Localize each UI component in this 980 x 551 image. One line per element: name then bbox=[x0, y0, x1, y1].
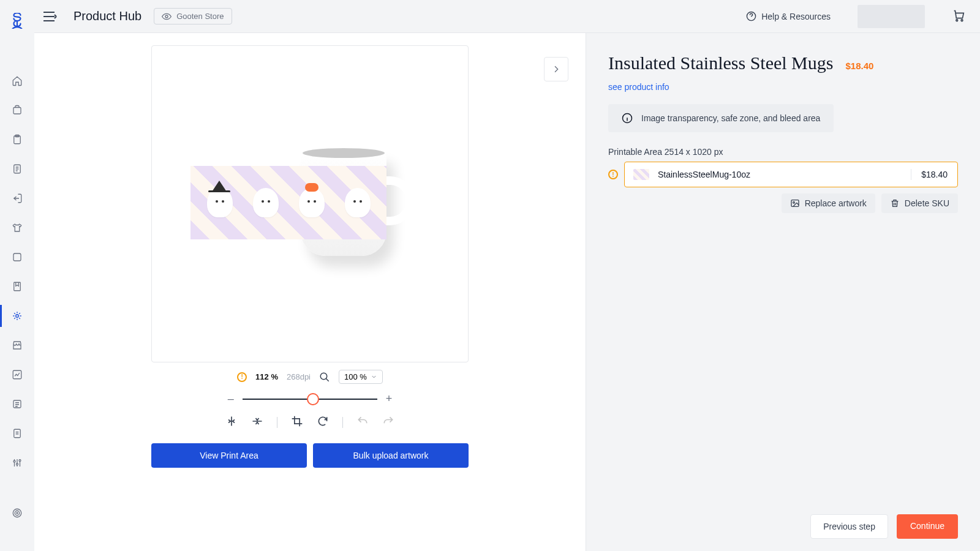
dpi-value: 268dpi bbox=[287, 372, 311, 381]
svg-point-15 bbox=[17, 512, 18, 514]
nav-package-icon[interactable] bbox=[0, 103, 34, 118]
svg-rect-4 bbox=[13, 253, 21, 261]
next-preview-button[interactable] bbox=[544, 57, 568, 81]
bulk-upload-button[interactable]: Bulk upload artwork bbox=[313, 443, 469, 468]
help-icon bbox=[746, 11, 756, 21]
svg-point-23 bbox=[793, 201, 794, 203]
preview-stats: ! 112 % 268dpi 100 % bbox=[237, 370, 383, 384]
zoom-out-icon[interactable]: – bbox=[228, 392, 234, 405]
nav-analytics-icon[interactable] bbox=[0, 367, 34, 382]
svg-point-12 bbox=[19, 460, 21, 462]
continue-button[interactable]: Continue bbox=[897, 514, 958, 539]
nav-target-icon[interactable] bbox=[0, 506, 34, 520]
sidebar-nav bbox=[0, 0, 34, 551]
account-placeholder[interactable] bbox=[858, 5, 925, 28]
svg-point-11 bbox=[17, 463, 18, 465]
align-vertical-icon[interactable] bbox=[251, 415, 263, 430]
product-info-link[interactable]: see product info bbox=[608, 82, 958, 92]
menu-toggle-icon[interactable] bbox=[39, 6, 61, 28]
zoom-slider-thumb[interactable] bbox=[307, 393, 319, 405]
nav-product-hub-icon[interactable] bbox=[0, 309, 34, 323]
design-panel: ! 112 % 268dpi 100 % – + bbox=[34, 33, 586, 551]
chevron-down-icon bbox=[371, 373, 377, 380]
trash-icon bbox=[890, 198, 900, 208]
nav-document-icon[interactable] bbox=[0, 162, 34, 176]
topbar: Product Hub Gooten Store Help & Resource… bbox=[34, 0, 980, 32]
product-panel: Insulated Stainless Steel Mugs $18.40 se… bbox=[586, 33, 980, 551]
help-resources-button[interactable]: Help & Resources bbox=[746, 11, 831, 21]
scale-value: 112 % bbox=[255, 372, 278, 381]
svg-point-16 bbox=[165, 15, 168, 18]
info-icon bbox=[622, 113, 633, 124]
nav-store-icon[interactable] bbox=[0, 338, 34, 353]
nav-export-icon[interactable] bbox=[0, 191, 34, 206]
undo-icon[interactable] bbox=[356, 415, 369, 430]
store-selector[interactable]: Gooten Store bbox=[154, 8, 232, 24]
product-title: Insulated Stainless Steel Mugs bbox=[608, 53, 833, 73]
nav-bookmark-icon[interactable] bbox=[0, 279, 34, 294]
sku-warning-icon: ! bbox=[608, 170, 618, 179]
zoom-slider[interactable] bbox=[243, 399, 377, 400]
sku-item[interactable]: StainlessSteelMug-10oz $18.40 bbox=[624, 162, 958, 187]
nav-settings-icon[interactable] bbox=[0, 455, 34, 470]
svg-rect-5 bbox=[14, 282, 21, 291]
svg-point-20 bbox=[320, 373, 327, 380]
nav-list-icon[interactable] bbox=[0, 397, 34, 411]
svg-rect-9 bbox=[14, 429, 21, 438]
eye-icon bbox=[162, 13, 172, 20]
logo[interactable] bbox=[7, 11, 27, 31]
nav-home-icon[interactable] bbox=[0, 73, 34, 88]
delete-sku-button[interactable]: Delete SKU bbox=[881, 193, 958, 213]
nav-page-icon[interactable] bbox=[0, 426, 34, 441]
svg-point-10 bbox=[13, 460, 15, 462]
product-price: $18.40 bbox=[845, 61, 873, 71]
sku-price: $18.40 bbox=[911, 170, 957, 179]
replace-artwork-button[interactable]: Replace artwork bbox=[782, 193, 875, 213]
crop-icon[interactable] bbox=[291, 415, 303, 430]
mockup-image bbox=[178, 137, 442, 271]
chevron-right-icon bbox=[551, 64, 561, 74]
nav-clipboard-icon[interactable] bbox=[0, 132, 34, 147]
image-icon bbox=[790, 198, 800, 208]
sku-name: StainlessSteelMug-10oz bbox=[658, 170, 750, 179]
svg-point-13 bbox=[13, 509, 21, 517]
wizard-footer: Previous step Continue bbox=[810, 514, 958, 539]
product-preview[interactable] bbox=[151, 45, 469, 362]
printable-area-label: Printable Area 2514 x 1020 px bbox=[608, 147, 958, 157]
editor-tools bbox=[225, 415, 394, 430]
zoom-in-icon[interactable]: + bbox=[386, 392, 393, 405]
warning-icon: ! bbox=[237, 372, 247, 382]
svg-point-18 bbox=[956, 19, 958, 21]
store-name: Gooten Store bbox=[176, 12, 224, 21]
view-print-area-button[interactable]: View Print Area bbox=[151, 443, 307, 468]
nav-apparel-icon[interactable] bbox=[0, 220, 34, 235]
nav-tag-icon[interactable] bbox=[0, 250, 34, 264]
zoom-select[interactable]: 100 % bbox=[339, 370, 383, 384]
cart-icon[interactable] bbox=[952, 9, 965, 24]
rotate-icon[interactable] bbox=[317, 415, 329, 430]
svg-point-19 bbox=[961, 19, 963, 21]
magnify-icon[interactable] bbox=[319, 372, 330, 383]
sku-thumbnail bbox=[633, 169, 649, 180]
info-banner[interactable]: Image transparency, safe zone, and bleed… bbox=[608, 104, 834, 132]
svg-rect-0 bbox=[13, 108, 21, 114]
page-title: Product Hub bbox=[74, 9, 141, 23]
svg-point-14 bbox=[15, 511, 20, 515]
svg-point-6 bbox=[16, 315, 19, 318]
align-horizontal-icon[interactable] bbox=[225, 415, 238, 430]
redo-icon[interactable] bbox=[382, 415, 394, 430]
previous-step-button[interactable]: Previous step bbox=[810, 514, 888, 539]
